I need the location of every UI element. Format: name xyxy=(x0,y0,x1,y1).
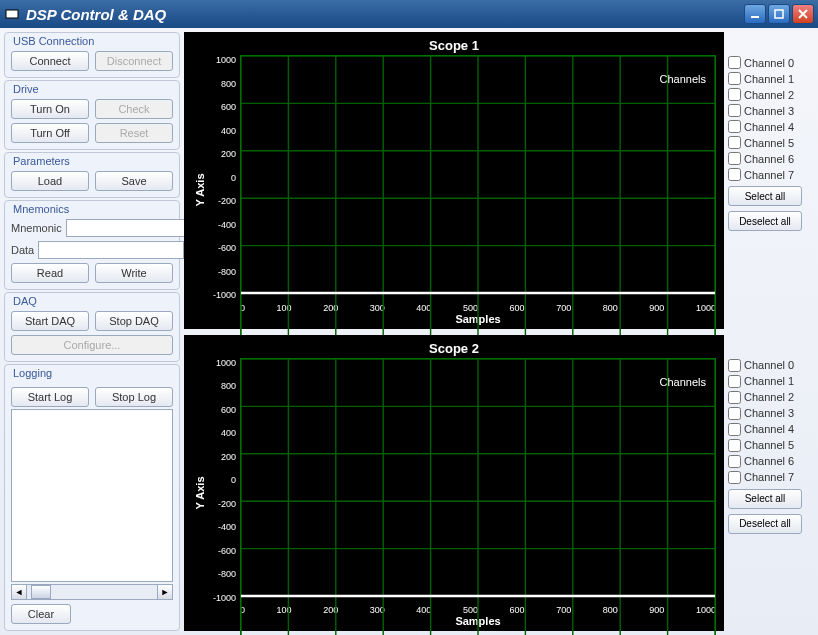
scope-2-channel-panel: Channel 0Channel 1Channel 2Channel 3Chan… xyxy=(728,335,814,632)
svg-rect-0 xyxy=(6,10,18,18)
scope-1-channel-5[interactable]: Channel 5 xyxy=(728,136,814,149)
maximize-button[interactable] xyxy=(768,4,790,24)
scope-1-channel-0-checkbox[interactable] xyxy=(728,56,741,69)
scope-2-channel-6[interactable]: Channel 6 xyxy=(728,455,814,468)
scope-2-channel-2[interactable]: Channel 2 xyxy=(728,391,814,404)
load-button[interactable]: Load xyxy=(11,171,89,191)
usb-legend: USB Connection xyxy=(13,35,173,47)
scope-2-channel-0[interactable]: Channel 0 xyxy=(728,359,814,372)
scope-2-deselect-all-button[interactable]: Deselect all xyxy=(728,514,802,534)
stop-daq-button[interactable]: Stop DAQ xyxy=(95,311,173,331)
scope-2-channel-2-label: Channel 2 xyxy=(744,391,794,403)
turn-on-button[interactable]: Turn On xyxy=(11,99,89,119)
scope-1-channel-5-label: Channel 5 xyxy=(744,137,794,149)
scroll-right-icon[interactable]: ► xyxy=(157,584,173,600)
connect-button[interactable]: Connect xyxy=(11,51,89,71)
scope-1-deselect-all-button[interactable]: Deselect all xyxy=(728,211,802,231)
scope-1-channel-3[interactable]: Channel 3 xyxy=(728,104,814,117)
save-button[interactable]: Save xyxy=(95,171,173,191)
minimize-button[interactable] xyxy=(744,4,766,24)
scope-1-channel-3-checkbox[interactable] xyxy=(728,104,741,117)
disconnect-button[interactable]: Disconnect xyxy=(95,51,173,71)
scope-1-channel-0-label: Channel 0 xyxy=(744,57,794,69)
data-input[interactable] xyxy=(38,241,184,259)
scope-2-channel-5-label: Channel 5 xyxy=(744,439,794,451)
scope-1: Scope 1 Y Axis 10008006004002000-200-400… xyxy=(184,32,724,329)
scope-1-channel-6[interactable]: Channel 6 xyxy=(728,152,814,165)
usb-group: USB Connection Connect Disconnect xyxy=(4,32,180,78)
log-hscrollbar[interactable]: ◄ ► xyxy=(11,584,173,600)
read-button[interactable]: Read xyxy=(11,263,89,283)
scope-2-title: Scope 2 xyxy=(192,341,716,356)
scope-2-channel-0-label: Channel 0 xyxy=(744,359,794,371)
scope-1-channel-2[interactable]: Channel 2 xyxy=(728,88,814,101)
reset-button[interactable]: Reset xyxy=(95,123,173,143)
scope-1-channel-2-label: Channel 2 xyxy=(744,89,794,101)
configure-button[interactable]: Configure... xyxy=(11,335,173,355)
scope-2-channel-0-checkbox[interactable] xyxy=(728,359,741,372)
clear-button[interactable]: Clear xyxy=(11,604,71,624)
app-icon xyxy=(4,6,20,22)
scope-2-channel-7[interactable]: Channel 7 xyxy=(728,471,814,484)
scope-2-channel-3-checkbox[interactable] xyxy=(728,407,741,420)
scope-2-grid xyxy=(240,358,716,636)
parameters-group: Parameters Load Save xyxy=(4,152,180,198)
scope-2-channels-label: Channels xyxy=(660,376,706,388)
scope-1-title: Scope 1 xyxy=(192,38,716,53)
mnemonics-group: Mnemonics Mnemonic Data Read Write xyxy=(4,200,180,290)
scope-1-channel-list: Channel 0Channel 1Channel 2Channel 3Chan… xyxy=(728,32,814,329)
scope-2-channel-6-label: Channel 6 xyxy=(744,455,794,467)
scope-2-channel-7-checkbox[interactable] xyxy=(728,471,741,484)
daq-legend: DAQ xyxy=(13,295,173,307)
scope-2-channel-1-checkbox[interactable] xyxy=(728,375,741,388)
scope-2-channel-5-checkbox[interactable] xyxy=(728,439,741,452)
scope-2-yticks: 10008006004002000-200-400-600-800-1000 xyxy=(208,358,240,604)
close-button[interactable] xyxy=(792,4,814,24)
scope-1-yticks: 10008006004002000-200-400-600-800-1000 xyxy=(208,55,240,301)
center-panel: Scope 1 Y Axis 10008006004002000-200-400… xyxy=(184,32,814,631)
scope-1-channel-2-checkbox[interactable] xyxy=(728,88,741,101)
scroll-track[interactable] xyxy=(27,584,157,600)
log-listbox[interactable] xyxy=(11,409,173,582)
drive-group: Drive Turn On Check Turn Off Reset xyxy=(4,80,180,150)
turn-off-button[interactable]: Turn Off xyxy=(11,123,89,143)
scope-1-channel-1[interactable]: Channel 1 xyxy=(728,72,814,85)
write-button[interactable]: Write xyxy=(95,263,173,283)
daq-group: DAQ Start DAQ Stop DAQ Configure... xyxy=(4,292,180,362)
stop-log-button[interactable]: Stop Log xyxy=(95,387,173,407)
start-log-button[interactable]: Start Log xyxy=(11,387,89,407)
scope-1-channel-1-checkbox[interactable] xyxy=(728,72,741,85)
scope-2-channel-6-checkbox[interactable] xyxy=(728,455,741,468)
scope-1-channel-4-checkbox[interactable] xyxy=(728,120,741,133)
scope-2-channel-7-label: Channel 7 xyxy=(744,471,794,483)
scope-1-channel-1-label: Channel 1 xyxy=(744,73,794,85)
scope-2-channel-2-checkbox[interactable] xyxy=(728,391,741,404)
scope-1-channel-6-label: Channel 6 xyxy=(744,153,794,165)
drive-legend: Drive xyxy=(13,83,173,95)
scroll-left-icon[interactable]: ◄ xyxy=(11,584,27,600)
scope-1-channel-7-label: Channel 7 xyxy=(744,169,794,181)
window-title: DSP Control & DAQ xyxy=(26,6,744,23)
scope-2-channel-4[interactable]: Channel 4 xyxy=(728,423,814,436)
scope-1-channel-5-checkbox[interactable] xyxy=(728,136,741,149)
scope-1-channel-4[interactable]: Channel 4 xyxy=(728,120,814,133)
scope-2-channel-1[interactable]: Channel 1 xyxy=(728,375,814,388)
start-daq-button[interactable]: Start DAQ xyxy=(11,311,89,331)
left-panel: USB Connection Connect Disconnect Drive … xyxy=(4,32,180,631)
check-button[interactable]: Check xyxy=(95,99,173,119)
scope-2-channel-5[interactable]: Channel 5 xyxy=(728,439,814,452)
scope-2: Scope 2 Y Axis 10008006004002000-200-400… xyxy=(184,335,724,632)
scope-2-channel-4-checkbox[interactable] xyxy=(728,423,741,436)
scope-1-channel-7-checkbox[interactable] xyxy=(728,168,741,181)
scope-1-channel-0[interactable]: Channel 0 xyxy=(728,56,814,69)
scope-1-channel-6-checkbox[interactable] xyxy=(728,152,741,165)
scope-2-channel-list: Channel 0Channel 1Channel 2Channel 3Chan… xyxy=(728,335,814,632)
scope-2-select-all-button[interactable]: Select all xyxy=(728,489,802,509)
mnemonic-label: Mnemonic xyxy=(11,222,62,234)
scope-1-channel-7[interactable]: Channel 7 xyxy=(728,168,814,181)
scope-2-channel-3[interactable]: Channel 3 xyxy=(728,407,814,420)
scope-1-select-all-button[interactable]: Select all xyxy=(728,186,802,206)
scope-1-channel-panel: Channel 0Channel 1Channel 2Channel 3Chan… xyxy=(728,32,814,329)
svg-rect-2 xyxy=(775,10,783,18)
scroll-thumb[interactable] xyxy=(31,585,51,599)
